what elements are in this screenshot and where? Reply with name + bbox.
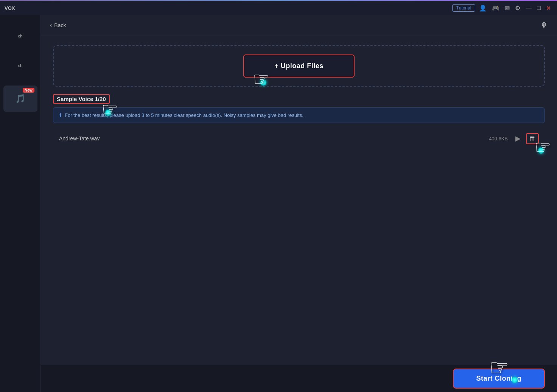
tutorial-button[interactable]: Tutorial: [452, 4, 476, 12]
back-arrow-icon: ‹: [50, 22, 52, 29]
sample-voice-title: Sample Voice 1/20: [53, 94, 110, 104]
minimize-icon[interactable]: —: [524, 4, 533, 12]
info-banner: ℹ For the best results, please upload 3 …: [53, 107, 545, 123]
content-header: ‹ Back 🎙: [41, 15, 557, 36]
new-item-icon: 🎵: [15, 94, 25, 104]
play-button[interactable]: ▶: [514, 133, 522, 144]
file-actions: ▶ 🗑: [514, 133, 539, 144]
sidebar-label-ch2: ch: [17, 62, 24, 69]
sample-voice-header: Sample Voice 1/20: [53, 94, 545, 104]
settings-icon[interactable]: ⚙: [513, 4, 522, 12]
content-area: + Upload Files Sample Voice 1/20 ℹ For t…: [41, 36, 557, 365]
title-bar-right: Tutorial 👤 🎮 ✉ ⚙ — □ ✕: [452, 4, 552, 12]
app-title: VOX: [5, 5, 15, 11]
sidebar: ch ch New 🎵: [0, 15, 41, 392]
discord-icon[interactable]: 🎮: [490, 4, 501, 12]
upload-zone[interactable]: + Upload Files: [53, 45, 545, 87]
sidebar-item-search2[interactable]: ch: [3, 52, 37, 79]
back-label: Back: [54, 22, 66, 28]
sidebar-label-ch1: ch: [17, 32, 24, 40]
audio-settings-icon[interactable]: 🎙: [540, 21, 548, 30]
upload-files-button[interactable]: + Upload Files: [243, 54, 355, 78]
file-item: Andrew-Tate.wav 400.6KB ▶ 🗑: [53, 129, 545, 148]
user-icon[interactable]: 👤: [478, 4, 488, 12]
maximize-icon[interactable]: □: [535, 4, 542, 12]
back-button[interactable]: ‹ Back: [50, 22, 66, 29]
title-bar: VOX Tutorial 👤 🎮 ✉ ⚙ — □ ✕: [0, 0, 557, 15]
mail-icon[interactable]: ✉: [503, 4, 511, 12]
info-icon: ℹ: [59, 112, 62, 119]
info-text: For the best results, please upload 3 to…: [65, 112, 303, 118]
sidebar-item-search1[interactable]: ch: [3, 23, 37, 49]
file-size: 400.6KB: [489, 136, 508, 142]
main-content: ‹ Back 🎙 + Upload Files Sample Voice 1/2…: [41, 15, 557, 392]
new-badge: New: [23, 88, 34, 93]
file-name: Andrew-Tate.wav: [59, 135, 489, 142]
sidebar-item-new[interactable]: New 🎵: [3, 86, 37, 112]
title-bar-left: VOX: [5, 5, 15, 11]
start-cloning-button[interactable]: Start Cloning: [453, 369, 545, 389]
delete-button[interactable]: 🗑: [526, 133, 539, 144]
close-icon[interactable]: ✕: [545, 4, 552, 12]
bottom-bar: Start Cloning: [41, 365, 557, 392]
